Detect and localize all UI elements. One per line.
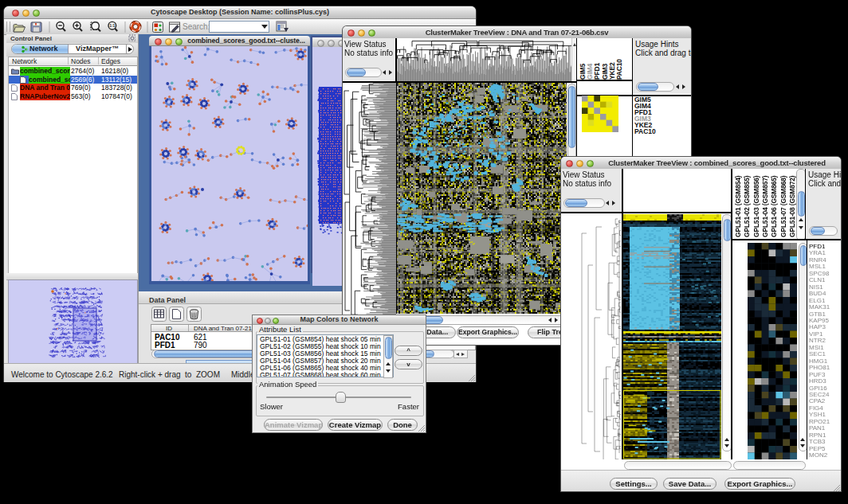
svg-text:1:1: 1:1 <box>109 23 115 28</box>
